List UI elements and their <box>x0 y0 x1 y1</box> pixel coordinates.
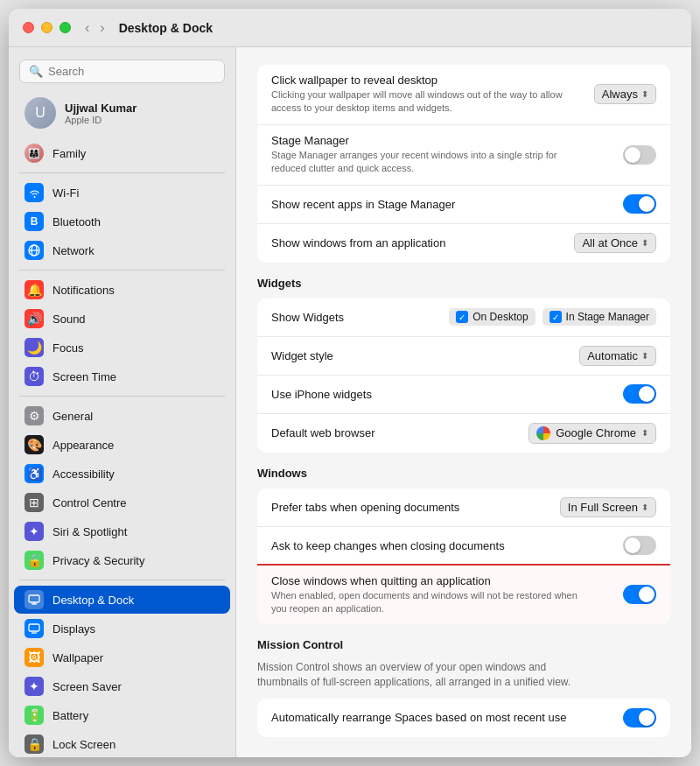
sidebar: 🔍 U Ujjwal Kumar Apple ID 👨‍👩‍👧 Family <box>9 47 236 757</box>
iphone-widgets-toggle[interactable] <box>623 384 656 404</box>
stage-manager-row: Stage Manager Stage Manager arranges you… <box>257 125 670 186</box>
bluetooth-icon: B <box>24 212 44 231</box>
sidebar-item-lockscreen[interactable]: 🔒 Lock Screen <box>14 730 230 757</box>
iphone-widgets-toggle-knob <box>639 386 654 402</box>
iphone-widgets-label: Use iPhone widgets <box>271 388 623 401</box>
click-wallpaper-row: Click wallpaper to reveal desktop Clicki… <box>257 65 670 125</box>
sidebar-item-wifi[interactable]: Wi-Fi <box>14 179 230 207</box>
recent-apps-toggle-knob <box>639 196 654 212</box>
forward-button[interactable]: › <box>96 18 108 38</box>
lockscreen-icon: 🔒 <box>24 734 44 754</box>
sidebar-item-bluetooth[interactable]: B Bluetooth <box>14 207 230 235</box>
sidebar-item-general[interactable]: ⚙ General <box>14 402 230 430</box>
traffic-lights <box>23 22 71 33</box>
search-icon: 🔍 <box>29 65 43 78</box>
prefer-tabs-value: In Full Screen <box>568 501 638 514</box>
recent-apps-toggle[interactable] <box>623 194 656 214</box>
sidebar-item-desktop[interactable]: Desktop & Dock <box>14 586 230 614</box>
in-stage-manager-checkmark-icon: ✓ <box>550 311 562 323</box>
bluetooth-label: Bluetooth <box>52 215 101 228</box>
in-stage-manager-checkbox[interactable]: ✓ In Stage Manager <box>542 308 656 326</box>
close-windows-toggle-knob <box>639 587 654 602</box>
wallpaper-label: Wallpaper <box>52 651 103 664</box>
auto-rearrange-toggle-knob <box>639 710 654 726</box>
click-wallpaper-dropdown[interactable]: Always ⬍ <box>594 84 656 104</box>
minimize-button[interactable] <box>41 22 52 33</box>
sidebar-item-screentime[interactable]: ⏱ Screen Time <box>14 362 230 390</box>
prefer-tabs-arrow-icon: ⬍ <box>641 502 648 512</box>
sidebar-item-battery[interactable]: 🔋 Battery <box>14 701 230 729</box>
sidebar-item-accessibility[interactable]: ♿ Accessibility <box>14 460 230 488</box>
sidebar-item-privacy[interactable]: 🔒 Privacy & Security <box>14 546 230 574</box>
family-icon: 👨‍👩‍👧 <box>24 144 44 163</box>
default-browser-arrow-icon: ⬍ <box>641 428 648 438</box>
sidebar-item-screensaver[interactable]: ✦ Screen Saver <box>14 672 230 700</box>
user-name: Ujjwal Kumar <box>65 102 136 115</box>
iphone-widgets-row: Use iPhone widgets <box>257 376 670 414</box>
close-button[interactable] <box>23 22 34 33</box>
close-windows-toggle[interactable] <box>623 585 656 604</box>
desktop-icon <box>24 590 44 609</box>
sidebar-item-family[interactable]: 👨‍👩‍👧 Family <box>14 139 230 167</box>
mission-control-section-title: Mission Control <box>257 638 670 651</box>
svg-rect-3 <box>29 595 39 602</box>
appearance-label: Appearance <box>52 439 114 452</box>
show-windows-dropdown[interactable]: All at Once ⬍ <box>574 233 656 253</box>
widget-style-dropdown[interactable]: Automatic ⬍ <box>579 346 656 366</box>
user-profile-item[interactable]: U Ujjwal Kumar Apple ID <box>14 92 230 134</box>
general-label: General <box>52 410 93 423</box>
keep-changes-toggle[interactable] <box>623 536 656 555</box>
back-button[interactable]: ‹ <box>81 18 93 38</box>
notifications-label: Notifications <box>52 284 115 297</box>
close-windows-row: Close windows when quitting an applicati… <box>257 566 670 625</box>
system-preferences-window: ‹ › Desktop & Dock 🔍 U Ujjwal Kumar Appl… <box>9 9 691 757</box>
auto-rearrange-row: Automatically rearrange Spaces based on … <box>257 699 670 737</box>
sidebar-item-siri[interactable]: ✦ Siri & Spotlight <box>14 517 230 545</box>
screensaver-icon: ✦ <box>24 677 44 696</box>
on-desktop-checkmark-icon: ✓ <box>456 311 468 323</box>
show-widgets-row: Show Widgets ✓ On Desktop ✓ In Stage Man… <box>257 299 670 337</box>
battery-label: Battery <box>52 709 88 722</box>
search-input[interactable] <box>48 65 215 78</box>
windows-settings-group: Prefer tabs when opening documents In Fu… <box>257 488 670 625</box>
sidebar-item-wallpaper[interactable]: 🖼 Wallpaper <box>14 643 230 671</box>
widgets-settings-group: Show Widgets ✓ On Desktop ✓ In Stage Man… <box>257 299 670 453</box>
prefer-tabs-label: Prefer tabs when opening documents <box>271 501 560 514</box>
sidebar-item-controlcentre[interactable]: ⊞ Control Centre <box>14 488 230 517</box>
sidebar-item-displays[interactable]: Displays <box>14 615 230 643</box>
show-windows-label: Show windows from an application <box>271 236 574 249</box>
privacy-icon: 🔒 <box>24 551 44 570</box>
controlcentre-label: Control Centre <box>52 496 127 509</box>
search-box[interactable]: 🔍 <box>19 60 225 83</box>
sidebar-item-appearance[interactable]: 🎨 Appearance <box>14 431 230 459</box>
siri-label: Siri & Spotlight <box>52 525 127 538</box>
on-desktop-checkbox[interactable]: ✓ On Desktop <box>449 308 535 326</box>
main-content: Click wallpaper to reveal desktop Clicki… <box>236 47 691 757</box>
displays-label: Displays <box>52 622 95 636</box>
stage-manager-sublabel: Stage Manager arranges your recent windo… <box>271 149 586 176</box>
show-windows-value: All at Once <box>582 236 638 249</box>
widget-style-value: Automatic <box>587 349 638 362</box>
default-browser-dropdown[interactable]: Google Chrome ⬍ <box>528 423 656 444</box>
mission-control-sublabel: Mission Control shows an overview of you… <box>257 660 572 690</box>
sidebar-divider-4 <box>19 580 225 580</box>
family-label: Family <box>52 147 86 160</box>
stage-manager-toggle-knob <box>625 147 640 163</box>
sidebar-item-network[interactable]: Network <box>14 236 230 264</box>
sound-icon: 🔊 <box>24 309 44 328</box>
user-subtitle: Apple ID <box>65 115 136 125</box>
general-icon: ⚙ <box>24 406 44 425</box>
prefer-tabs-dropdown[interactable]: In Full Screen ⬍ <box>560 497 656 517</box>
sidebar-item-notifications[interactable]: 🔔 Notifications <box>14 276 230 304</box>
sidebar-item-focus[interactable]: 🌙 Focus <box>14 334 230 362</box>
maximize-button[interactable] <box>60 22 71 33</box>
displays-icon <box>24 619 44 638</box>
keep-changes-row: Ask to keep changes when closing documen… <box>257 527 670 566</box>
stage-manager-toggle[interactable] <box>623 145 656 165</box>
titlebar: ‹ › Desktop & Dock <box>9 9 691 47</box>
auto-rearrange-toggle[interactable] <box>623 708 656 727</box>
sidebar-item-sound[interactable]: 🔊 Sound <box>14 305 230 333</box>
window-title: Desktop & Dock <box>119 21 213 35</box>
controlcentre-icon: ⊞ <box>24 493 44 512</box>
in-stage-manager-label: In Stage Manager <box>566 311 649 323</box>
